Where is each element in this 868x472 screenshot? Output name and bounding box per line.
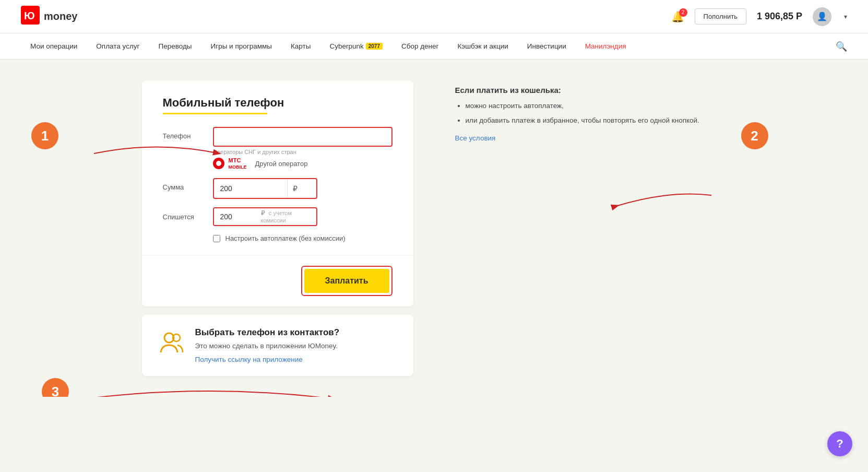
- amount-row: Сумма ₽: [163, 178, 393, 199]
- deducted-input-group: ₽ с учетом комиссии: [213, 207, 317, 226]
- form-area: Мобильный телефон Телефон Операторы СНГ …: [142, 80, 413, 376]
- sidebar-item-games[interactable]: Игры и программы: [201, 33, 281, 59]
- replenish-button[interactable]: Пополнить: [695, 8, 746, 25]
- main-nav: Мои операции Оплата услуг Переводы Игры …: [0, 33, 868, 60]
- mts-logo: МТСMOBILE: [213, 157, 247, 170]
- amount-input-wrapper: ₽: [213, 178, 317, 199]
- header-actions: 🔔 2 Пополнить 1 906,85 Р 👤 ▾: [671, 7, 847, 26]
- annotation-3: 3: [42, 378, 69, 397]
- svg-text:Ю: Ю: [24, 10, 35, 21]
- contacts-info: Выбрать телефон из контактов? Это можно …: [195, 327, 398, 363]
- cyberpunk-badge: 2077: [366, 43, 383, 50]
- other-operator-link[interactable]: Другой оператор: [255, 160, 308, 168]
- pay-button[interactable]: Заплатить: [304, 269, 389, 293]
- nav-items: Мои операции Оплата услуг Переводы Игры …: [21, 33, 636, 59]
- contacts-desc: Это можно сделать в приложении ЮMoney.: [195, 342, 398, 350]
- amount-input-group: ₽: [213, 178, 317, 199]
- sidebar-item-transfers[interactable]: Переводы: [149, 33, 201, 59]
- main-wrapper: 1 Мобильный телефон Телефон Операторы СН…: [0, 60, 868, 397]
- header: Ю money 🔔 2 Пополнить 1 906,85 Р 👤 ▾: [0, 0, 868, 33]
- sidebar-item-fundraising[interactable]: Сбор денег: [392, 33, 448, 59]
- deducted-suffix: ₽ с учетом комиссии: [256, 209, 316, 224]
- sidebar-item-invest[interactable]: Инвестиции: [518, 33, 576, 59]
- chevron-down-icon[interactable]: ▾: [844, 13, 847, 20]
- sidebar-list: можно настроить автоплатеж, или добавить…: [455, 101, 727, 126]
- notification-button[interactable]: 🔔 2: [671, 10, 684, 23]
- operator-row: МТСMOBILE Другой оператор: [213, 157, 393, 170]
- form-title: Мобильный телефон: [163, 96, 393, 110]
- contacts-icon: [158, 329, 185, 361]
- sidebar-list-item-1: или добавить платеж в избранное, чтобы п…: [466, 115, 727, 126]
- autoplay-label: Настроить автоплатеж (без комиссии): [225, 234, 346, 242]
- notif-badge: 2: [679, 8, 687, 17]
- form-card: Мобильный телефон Телефон Операторы СНГ …: [142, 80, 413, 306]
- annotation-2: 2: [741, 122, 768, 149]
- sidebar-item-my-ops[interactable]: Мои операции: [21, 33, 87, 59]
- annotation-1: 1: [31, 122, 58, 149]
- autoplay-row: Настроить автоплатеж (без комиссии): [213, 234, 393, 242]
- sidebar-item-manilend[interactable]: Манилэндия: [576, 33, 636, 59]
- all-conditions-link[interactable]: Все условия: [455, 134, 496, 142]
- pay-section: Заплатить: [142, 255, 413, 306]
- deducted-row: Спишется ₽ с учетом комиссии: [163, 207, 393, 226]
- phone-row: Телефон Операторы СНГ и других стран МТС…: [163, 127, 393, 170]
- sidebar-item-cyberpunk[interactable]: Cyberpunk 2077: [320, 33, 392, 59]
- sidebar-item-pay-services[interactable]: Оплата услуг: [87, 33, 149, 59]
- mts-egg-icon: [213, 158, 224, 169]
- main-content: Мобильный телефон Телефон Операторы СНГ …: [121, 60, 747, 397]
- logo-area: Ю money: [21, 6, 77, 28]
- form-title-underline: [163, 113, 267, 114]
- avatar[interactable]: 👤: [813, 7, 831, 26]
- sidebar-list-item-0: можно настроить автоплатеж,: [466, 101, 727, 111]
- logo-icon: Ю: [21, 6, 40, 28]
- sidebar-info: Если платить из кошелька: можно настроит…: [455, 80, 727, 142]
- contacts-card: Выбрать телефон из контактов? Это можно …: [142, 315, 413, 376]
- phone-hint: Операторы СНГ и других стран: [213, 149, 393, 155]
- logo-text: money: [44, 10, 77, 22]
- phone-label: Телефон: [163, 127, 205, 140]
- balance-display: 1 906,85 Р: [757, 11, 802, 22]
- amount-label: Сумма: [163, 178, 205, 191]
- contacts-link[interactable]: Получить ссылку на приложение: [195, 356, 303, 363]
- amount-currency: ₽: [287, 179, 303, 198]
- sidebar-item-cashback[interactable]: Кэшбэк и акции: [448, 33, 517, 59]
- search-icon[interactable]: 🔍: [836, 41, 847, 52]
- amount-input[interactable]: [214, 180, 287, 197]
- pay-button-wrapper: Заплатить: [301, 266, 393, 296]
- phone-input[interactable]: [213, 127, 393, 147]
- contacts-title: Выбрать телефон из контактов?: [195, 327, 398, 338]
- sidebar-title: Если платить из кошелька:: [455, 86, 727, 95]
- deducted-label: Спишется: [163, 213, 205, 221]
- phone-input-group: Операторы СНГ и других стран МТСMOBILE Д…: [213, 127, 393, 170]
- deducted-input[interactable]: [214, 208, 256, 225]
- autoplay-checkbox[interactable]: [213, 235, 220, 242]
- sidebar-item-cards[interactable]: Карты: [281, 33, 320, 59]
